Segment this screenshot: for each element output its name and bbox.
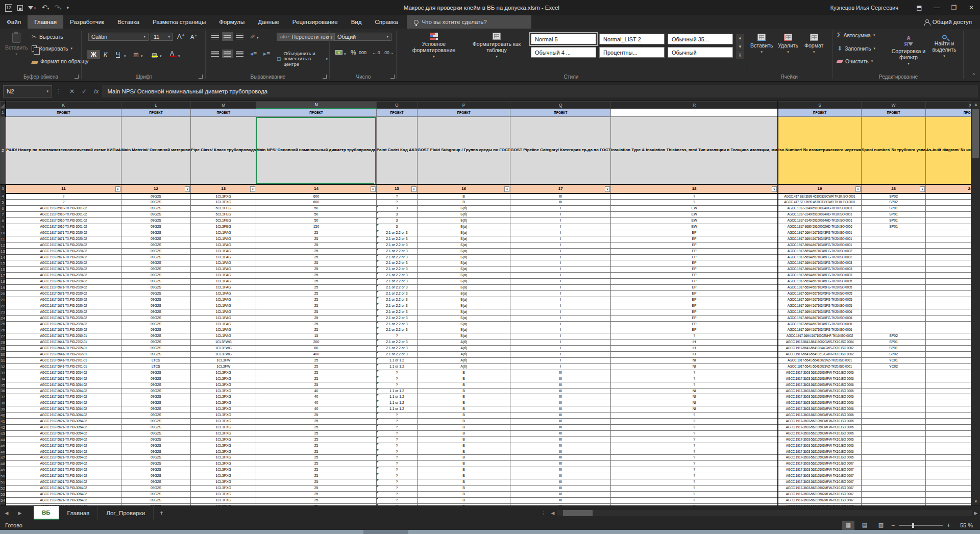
cell-X46[interactable]: [926, 449, 971, 455]
cell-N53[interactable]: 25: [256, 491, 376, 497]
row-header-48[interactable]: 48: [1, 461, 6, 467]
cell-O38[interactable]: 1.1 or 1.2: [376, 400, 417, 406]
cell-X32[interactable]: [926, 363, 971, 370]
decrease-indent-icon[interactable]: ◂≡: [250, 50, 257, 57]
cell-K53[interactable]: AGCC.1917-5621-TX.PID-3054-02: [6, 491, 121, 497]
col-header-X[interactable]: X: [926, 102, 971, 109]
cell-R9[interactable]: EW: [611, 224, 778, 230]
cell-X21[interactable]: [926, 297, 971, 303]
copy-button[interactable]: Копировать▾: [32, 45, 72, 52]
cell-P39[interactable]: B: [417, 406, 510, 412]
cell-K34[interactable]: AGCC.1917-5621-TX.PID-3054-02: [6, 376, 121, 382]
cell-P11[interactable]: Б(а): [417, 236, 510, 242]
page-layout-view-button[interactable]: ▤: [859, 521, 871, 530]
cell-X19[interactable]: [926, 285, 971, 291]
cell-K15[interactable]: AGCC.1917-5671-TX.PID-2020-02: [6, 260, 121, 266]
sheet-tab-Лог_Проверки[interactable]: Лог_Проверки: [98, 506, 154, 520]
cell-R4[interactable]: ?: [611, 193, 778, 200]
cell-L5[interactable]: 09G2S: [121, 200, 190, 206]
cell-N25[interactable]: 25: [256, 321, 376, 327]
cell-N50[interactable]: 25: [256, 473, 376, 479]
cell-Q35[interactable]: III: [510, 382, 611, 388]
cell-M7[interactable]: 6CL1FEG: [191, 212, 256, 218]
fill-color-button[interactable]: ▨: [152, 50, 157, 59]
cell-S36[interactable]: AGCC.1917-3603-56210503MFW-TK10.ISO 0006: [778, 388, 861, 394]
cell-S49[interactable]: AGCC.1917-3603-56210502MFW-TK10.ISO 0007: [778, 467, 861, 473]
row-header-18[interactable]: 18: [1, 279, 6, 285]
cell-S21[interactable]: AGCC.1917-5694-56710345FG-TK20.ISO 0005: [778, 297, 861, 303]
cell-K25[interactable]: AGCC.1917-5671-TX.PID-2020-02: [6, 321, 121, 327]
cell-R43[interactable]: ?: [611, 430, 778, 436]
cell-M28[interactable]: 1CL3FWG: [191, 339, 256, 346]
cell-M39[interactable]: 1CL3FXG: [191, 406, 256, 412]
col-header-R[interactable]: R: [611, 102, 778, 109]
cell-R53[interactable]: ?: [611, 491, 778, 497]
cell-N26[interactable]: 25: [256, 327, 376, 333]
font-color-button[interactable]: А: [170, 50, 174, 57]
cell-Q19[interactable]: I: [510, 285, 611, 291]
cell-r1-K[interactable]: ПРОЕКТ: [6, 109, 121, 117]
cell-X41[interactable]: [926, 419, 971, 425]
cell-P4[interactable]: B: [417, 193, 510, 200]
bold-button[interactable]: Ж: [87, 50, 100, 59]
cell-P14[interactable]: Б(а): [417, 254, 510, 260]
cell-P20[interactable]: Б(а): [417, 291, 510, 297]
cell-P28[interactable]: A(б): [417, 339, 510, 346]
cell-N22[interactable]: 25: [256, 303, 376, 309]
clear-filter-icon[interactable]: ✕: [28, 4, 37, 12]
cell-M35[interactable]: 1CL3FXG: [191, 382, 256, 388]
cell-L47[interactable]: 09G2S: [121, 455, 190, 461]
cell-N16[interactable]: 25: [256, 266, 376, 273]
cell-L43[interactable]: 09G2S: [121, 430, 190, 436]
cell-W38[interactable]: [861, 400, 925, 406]
cell-S20[interactable]: AGCC.1917-5694-56710345FG-TK20.ISO 0005: [778, 291, 861, 297]
style-gallery-item[interactable]: Обычный: [668, 47, 733, 58]
cell-N7[interactable]: 50: [256, 212, 376, 218]
row-header-5[interactable]: 5: [1, 200, 6, 206]
cell-R7[interactable]: EW: [611, 212, 778, 218]
cell-r1-R[interactable]: [611, 109, 778, 117]
align-left-icon[interactable]: [211, 51, 219, 57]
cell-P13[interactable]: Б(а): [417, 248, 510, 254]
cell-S24[interactable]: AGCC.1917-5694-56710345FG-TK20.ISO 0006: [778, 315, 861, 321]
row-header-17[interactable]: 17: [1, 273, 6, 279]
cell-N43[interactable]: 25: [256, 430, 376, 436]
cell-L27[interactable]: 09G2S: [121, 333, 190, 339]
cell-N35[interactable]: 25: [256, 382, 376, 388]
filter-dropdown-icon[interactable]: ▼: [920, 186, 925, 192]
row-header-2[interactable]: 2: [1, 117, 6, 184]
cell-P32[interactable]: A(б): [417, 363, 510, 370]
cell-M18[interactable]: 1CL1FAG: [191, 279, 256, 285]
cell-X22[interactable]: [926, 303, 971, 309]
collapse-ribbon-button[interactable]: ⌃: [972, 72, 976, 78]
cell-S32[interactable]: AGCC.1917-5641-56410023VZ-TK20.ISO 0001: [778, 363, 861, 370]
cell-X43[interactable]: [926, 430, 971, 436]
cell-L52[interactable]: 09G2S: [121, 486, 190, 492]
row-header-54[interactable]: 54: [1, 497, 6, 503]
cell-W4[interactable]: SP02: [861, 193, 925, 200]
redo-icon[interactable]: ↷▾: [54, 4, 61, 12]
cell-L22[interactable]: 09G2S: [121, 303, 190, 309]
ribbon-tab-Вид[interactable]: Вид: [345, 15, 369, 29]
row-header-46[interactable]: 46: [1, 449, 6, 455]
col-header-P[interactable]: P: [417, 102, 510, 109]
cell-O26[interactable]: 2.1 or 2.2 or 3: [376, 327, 417, 333]
paste-button[interactable]: Вставить▾: [5, 33, 28, 56]
alignment-dialog-launcher[interactable]: [323, 75, 327, 79]
cell-R22[interactable]: EP: [611, 303, 778, 309]
cell-O50[interactable]: ?: [376, 473, 417, 479]
cell-S22[interactable]: AGCC.1917-5694-56710345FG-TK20.ISO 0005: [778, 303, 861, 309]
cell-r2-L[interactable]: Main Material/ Основной материал: [121, 117, 190, 184]
cell-L53[interactable]: 09G2S: [121, 491, 190, 497]
ribbon-tab-Справка[interactable]: Справка: [368, 15, 404, 29]
cell-X12[interactable]: [926, 242, 971, 248]
cell-R25[interactable]: EP: [611, 321, 778, 327]
row-header-28[interactable]: 28: [1, 339, 6, 346]
underline-button[interactable]: Ч: [116, 51, 120, 58]
cell-Q30[interactable]: I: [510, 352, 611, 358]
cell-R28[interactable]: IH: [611, 339, 778, 346]
cell-X52[interactable]: [926, 486, 971, 492]
cell-O33[interactable]: ?: [376, 370, 417, 376]
filter-dropdown-icon[interactable]: ▼: [411, 186, 416, 192]
cell-M37[interactable]: 1CL3FXG: [191, 394, 256, 400]
